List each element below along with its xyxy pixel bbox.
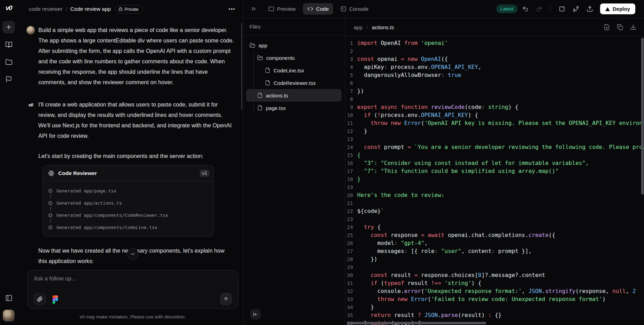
private-badge[interactable]: Private <box>115 5 143 14</box>
code-token: 'Failed to review code: Unexpected respo… <box>431 296 602 302</box>
figma-import-button[interactable] <box>52 295 58 304</box>
file-icon <box>257 93 263 98</box>
editor-horizontal-scrollbar[interactable] <box>347 322 486 324</box>
collapse-files-button[interactable] <box>250 309 261 319</box>
tab-preview[interactable]: Preview <box>264 3 300 15</box>
code-token: parse <box>441 312 458 318</box>
tree-item-page-tsx[interactable]: page.tsx <box>246 102 342 114</box>
code-token: ! <box>377 112 381 118</box>
v0-logo[interactable]: v0 <box>6 4 12 12</box>
code-token: Here's the code to review: <box>357 192 444 198</box>
tab-code[interactable]: Code <box>303 3 333 15</box>
projects-button[interactable] <box>2 56 15 68</box>
code-token: ( <box>421 120 424 126</box>
add-file-button[interactable] <box>601 22 612 32</box>
task-status-icon <box>48 189 52 193</box>
expand-panel-button[interactable] <box>250 6 257 12</box>
latest-version-badge[interactable]: Latest <box>496 5 518 13</box>
send-button[interactable] <box>220 293 232 305</box>
feedback-button[interactable] <box>2 73 15 86</box>
copy-icon <box>617 24 623 30</box>
editor-breadcrumb-dir[interactable]: app <box>354 24 362 30</box>
line-number: 1 <box>345 39 353 47</box>
new-chat-button[interactable] <box>2 21 15 33</box>
line-number: 31 <box>345 279 353 287</box>
upload-icon <box>586 6 593 12</box>
user-message-text: Build a simple web app that reviews a pi… <box>38 25 234 88</box>
assistant-text-2: Let's start by creating the main compone… <box>38 151 234 161</box>
docs-button[interactable] <box>2 38 15 51</box>
line-number: 2 <box>345 47 353 55</box>
code-token: reviewCode <box>431 104 465 110</box>
toggle-sidebar-button[interactable] <box>2 292 15 304</box>
tab-console-label: Console <box>349 6 368 12</box>
breadcrumb-separator: / <box>66 6 67 12</box>
code-snippet-button[interactable] <box>556 3 568 15</box>
code-token: 'string' <box>444 280 471 286</box>
code-token: (result) <box>458 312 488 318</box>
code-line: 28 }) <box>345 255 644 263</box>
undo-button[interactable] <box>520 3 531 15</box>
git-branch-button[interactable] <box>570 3 582 15</box>
code-token: = new <box>401 56 421 62</box>
copy-code-button[interactable] <box>615 22 625 32</box>
code-line: 2 <box>345 47 644 55</box>
code-token: !== <box>431 280 445 286</box>
code-token: ) { <box>508 104 518 110</box>
tree-item-codeline-tsx[interactable]: CodeLine.tsx <box>246 64 342 77</box>
disclaimer-text: v0 may make mistakes. Please use with di… <box>27 314 238 319</box>
user-avatar[interactable] <box>3 310 15 322</box>
tree-item-actions-ts[interactable]: actions.ts <box>246 89 342 102</box>
browser-window-icon <box>268 6 274 12</box>
arrow-left-to-line-icon <box>253 311 259 317</box>
code-line: 10 if (!process.env.OPENAI_API_KEY) { <box>345 111 644 119</box>
deploy-button[interactable]: Deploy <box>600 3 635 14</box>
files-panel-header: Files <box>243 18 345 35</box>
task-status-icon <box>48 213 52 217</box>
tree-item-components[interactable]: components <box>246 51 342 64</box>
tree-item-label: page.tsx <box>266 105 286 111</box>
attach-button[interactable] <box>34 293 46 305</box>
chevron-right-icon <box>365 25 369 30</box>
generation-card[interactable]: Code Reviewer v1 Generated app/page.tsxG… <box>43 165 214 237</box>
breadcrumb-project[interactable]: code reviewer <box>29 6 63 12</box>
tab-console[interactable]: Console <box>336 3 373 15</box>
code-token: ({ <box>441 56 448 62</box>
code-token: 'OpenAI API key is missing. Please set t… <box>424 120 644 126</box>
share-button[interactable] <box>584 3 596 15</box>
chat-composer[interactable]: Ask a follow up… <box>27 270 238 309</box>
chat-scrollbar[interactable] <box>241 23 242 110</box>
code-token: 0 <box>478 272 482 278</box>
editor-vertical-scrollbar[interactable] <box>641 38 644 195</box>
code-line: 27 messages: [{ role: "user", content: p… <box>345 247 644 255</box>
code-token <box>357 112 364 118</box>
code-token: result <box>408 280 431 286</box>
scroll-to-bottom-button[interactable] <box>127 248 139 260</box>
breadcrumb-title[interactable]: Code review app <box>70 6 111 12</box>
chat-menu-button[interactable]: ••• <box>229 6 235 12</box>
code-token: : <box>394 240 401 246</box>
code-token: 'openai' <box>421 40 448 46</box>
code-token: = <box>408 144 414 150</box>
code-line: 24 try { <box>345 223 644 231</box>
task-label: Generated app/components/CodeReviewer.ts… <box>56 213 168 218</box>
redo-button[interactable] <box>534 3 545 15</box>
code-line: 30 const result = response.choices[0]?.m… <box>345 271 644 279</box>
code-token: { <box>377 224 381 230</box>
deploy-label: Deploy <box>613 6 630 12</box>
generation-task: Generated app/page.tsx <box>43 185 214 197</box>
code-token: } <box>357 304 374 310</box>
code-line: 13 <box>345 135 644 143</box>
download-button[interactable] <box>628 22 638 32</box>
tree-item-app[interactable]: app <box>246 39 342 51</box>
line-number: 35 <box>345 311 353 319</box>
book-icon <box>5 41 13 48</box>
code-token: 'Unexpected response format:' <box>424 288 522 294</box>
tree-item-codereviewer-tsx[interactable]: CodeReviewer.tsx <box>246 77 342 89</box>
line-number: 5 <box>345 71 353 79</box>
code-token: ( <box>428 296 431 302</box>
code-token: const <box>357 56 377 62</box>
chat-panel: code reviewer / Code review app Private … <box>17 0 243 325</box>
code-token: = <box>414 272 421 278</box>
line-number: 18 <box>345 175 353 183</box>
